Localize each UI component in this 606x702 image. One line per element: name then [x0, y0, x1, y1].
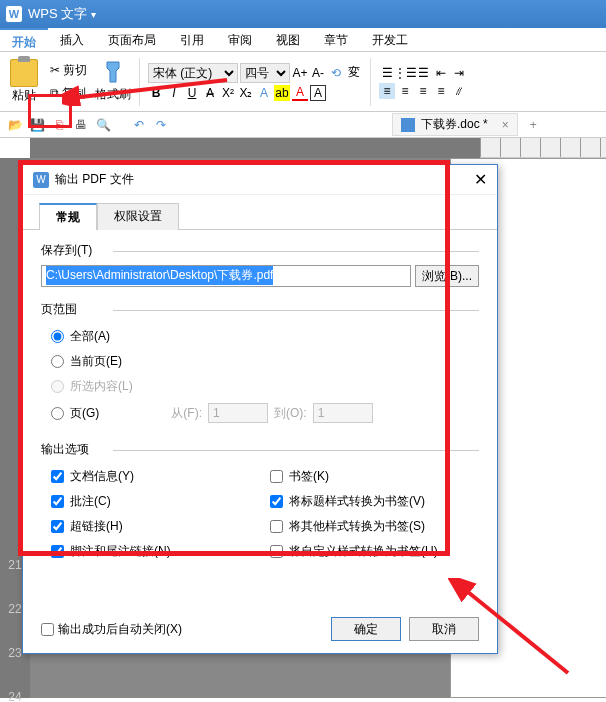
- underline-icon[interactable]: U: [184, 85, 200, 101]
- align-left-icon[interactable]: ≡: [379, 83, 395, 99]
- radio-all[interactable]: [51, 330, 64, 343]
- radio-selection: [51, 380, 64, 393]
- from-input: [208, 403, 268, 423]
- dialog-titlebar: W 输出 PDF 文件 ✕: [23, 165, 497, 195]
- check-footnotes[interactable]: [51, 545, 64, 558]
- phonetic-icon[interactable]: 変: [346, 65, 362, 81]
- cancel-button[interactable]: 取消: [409, 617, 479, 641]
- menu-chapter[interactable]: 章节: [312, 28, 360, 51]
- check-other-bm-label: 将其他样式转换为书签(S): [289, 518, 425, 535]
- page-range-label: 页范围: [41, 301, 479, 318]
- brush-icon: [103, 60, 123, 84]
- radio-pages-label: 页(G): [70, 405, 99, 422]
- justify-icon[interactable]: ≡: [433, 83, 449, 99]
- decrease-indent-icon[interactable]: ⇤: [433, 65, 449, 81]
- document-tab[interactable]: 下载券.doc * ×: [392, 113, 518, 136]
- font-color-icon[interactable]: A: [292, 85, 308, 101]
- dialog-body: 保存到(T) C:\Users\Administrator\Desktop\下载…: [23, 229, 497, 590]
- cut-label: 剪切: [63, 62, 87, 79]
- check-heading-bm[interactable]: [270, 495, 283, 508]
- divider: [139, 58, 140, 106]
- to-label: 到(O):: [274, 405, 307, 422]
- radio-current[interactable]: [51, 355, 64, 368]
- menu-view[interactable]: 视图: [264, 28, 312, 51]
- check-bookmarks-label: 书签(K): [289, 468, 329, 485]
- check-auto-close[interactable]: [41, 623, 54, 636]
- dialog-footer: 输出成功后自动关闭(X) 确定 取消: [41, 617, 479, 641]
- check-comments[interactable]: [51, 495, 64, 508]
- quick-access-bar: 📂 💾 ⎘ 🖶 🔍 ↶ ↷ 下载券.doc * × +: [0, 112, 606, 138]
- tab-permissions[interactable]: 权限设置: [97, 203, 179, 230]
- radio-current-label: 当前页(E): [70, 353, 122, 370]
- number-list-icon[interactable]: ⋮☰: [397, 65, 413, 81]
- new-tab-icon[interactable]: +: [524, 118, 543, 132]
- multilevel-list-icon[interactable]: ☰: [415, 65, 431, 81]
- preview-icon[interactable]: 🔍: [94, 116, 112, 134]
- close-tab-icon[interactable]: ×: [502, 118, 509, 132]
- bold-icon[interactable]: B: [148, 85, 164, 101]
- menu-layout[interactable]: 页面布局: [96, 28, 168, 51]
- font-family-select[interactable]: 宋体 (正文): [148, 63, 238, 83]
- menu-developer[interactable]: 开发工: [360, 28, 420, 51]
- tab-general[interactable]: 常规: [39, 203, 97, 230]
- italic-icon[interactable]: I: [166, 85, 182, 101]
- undo-icon[interactable]: ↶: [130, 116, 148, 134]
- browse-button[interactable]: 浏览(B)...: [415, 265, 479, 287]
- superscript-icon[interactable]: X²: [220, 85, 236, 101]
- increase-indent-icon[interactable]: ⇥: [451, 65, 467, 81]
- cut-button[interactable]: ✂ 剪切: [46, 60, 91, 81]
- check-auto-close-label: 输出成功后自动关闭(X): [58, 621, 182, 638]
- save-path-input[interactable]: C:\Users\Administrator\Desktop\下载券.pdf: [41, 265, 411, 287]
- document-tabstrip: 下载券.doc * × +: [174, 113, 543, 137]
- char-border-icon[interactable]: A: [310, 85, 326, 101]
- strikethrough-icon[interactable]: A̶: [202, 85, 218, 101]
- menu-start[interactable]: 开始: [0, 28, 48, 51]
- export-pdf-dialog: W 输出 PDF 文件 ✕ 常规 权限设置 保存到(T) C:\Users\Ad…: [22, 164, 498, 654]
- check-heading-bm-label: 将标题样式转换为书签(V): [289, 493, 425, 510]
- menu-review[interactable]: 审阅: [216, 28, 264, 51]
- open-icon[interactable]: 📂: [6, 116, 24, 134]
- app-name: WPS 文字: [28, 5, 87, 23]
- divider: [370, 58, 371, 106]
- check-comments-label: 批注(C): [70, 493, 111, 510]
- save-to-label: 保存到(T): [41, 242, 479, 259]
- title-bar: W WPS 文字 ▾: [0, 0, 606, 28]
- radio-all-label: 全部(A): [70, 328, 110, 345]
- distribute-icon[interactable]: ⫽: [451, 83, 467, 99]
- check-doc-info[interactable]: [51, 470, 64, 483]
- menu-references[interactable]: 引用: [168, 28, 216, 51]
- check-custom-bm[interactable]: [270, 545, 283, 558]
- doc-tab-label: 下载券.doc *: [421, 116, 488, 133]
- dialog-tabs: 常规 权限设置: [23, 195, 497, 230]
- check-hyperlinks-label: 超链接(H): [70, 518, 123, 535]
- doc-icon: [401, 118, 415, 132]
- horizontal-ruler: [30, 138, 606, 158]
- check-doc-info-label: 文档信息(Y): [70, 468, 134, 485]
- redo-icon[interactable]: ↷: [152, 116, 170, 134]
- dialog-title: 输出 PDF 文件: [55, 171, 134, 188]
- font-effect-icon[interactable]: A: [256, 85, 272, 101]
- align-center-icon[interactable]: ≡: [397, 83, 413, 99]
- dropdown-icon[interactable]: ▾: [91, 9, 96, 20]
- increase-font-icon[interactable]: A+: [292, 65, 308, 81]
- print-icon[interactable]: 🖶: [72, 116, 90, 134]
- align-right-icon[interactable]: ≡: [415, 83, 431, 99]
- from-label: 从(F):: [171, 405, 202, 422]
- format-brush-button[interactable]: 格式刷: [95, 60, 131, 103]
- radio-selection-label: 所选内容(L): [70, 378, 133, 395]
- check-custom-bm-label: 将自定义样式转换为书签(U): [289, 543, 438, 560]
- font-size-select[interactable]: 四号: [240, 63, 290, 83]
- menu-insert[interactable]: 插入: [48, 28, 96, 51]
- decrease-font-icon[interactable]: A-: [310, 65, 326, 81]
- ok-button[interactable]: 确定: [331, 617, 401, 641]
- highlight-icon[interactable]: ab: [274, 85, 290, 101]
- check-other-bm[interactable]: [270, 520, 283, 533]
- clear-format-icon[interactable]: ⟲: [328, 65, 344, 81]
- check-bookmarks[interactable]: [270, 470, 283, 483]
- subscript-icon[interactable]: X₂: [238, 85, 254, 101]
- format-brush-label: 格式刷: [95, 86, 131, 103]
- close-dialog-icon[interactable]: ✕: [474, 170, 487, 189]
- scissors-icon: ✂: [50, 63, 60, 77]
- check-hyperlinks[interactable]: [51, 520, 64, 533]
- radio-pages[interactable]: [51, 407, 64, 420]
